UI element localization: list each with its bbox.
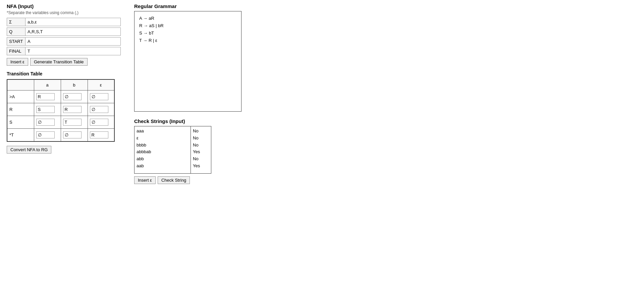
table-row: *T xyxy=(7,129,114,142)
col-a-header: a xyxy=(34,79,61,91)
col-e-header: ε xyxy=(88,79,114,91)
generate-table-button[interactable]: Generate Transition Table xyxy=(30,58,88,66)
convert-nfa-button[interactable]: Convert NFA to RG xyxy=(7,146,51,154)
transition-input-a[interactable] xyxy=(36,119,55,126)
transition-input-b[interactable] xyxy=(63,106,82,113)
state-cell: >A xyxy=(7,91,34,103)
transition-input-b[interactable] xyxy=(63,131,82,138)
state-cell: S xyxy=(7,116,34,129)
transition-input-a[interactable] xyxy=(36,131,55,138)
final-row: FINAL xyxy=(7,47,121,55)
transition-input-e[interactable] xyxy=(90,131,108,138)
check-strings-title: Check Strings (Input) xyxy=(134,118,637,124)
transition-input-a[interactable] xyxy=(36,93,55,100)
start-input[interactable] xyxy=(25,38,120,45)
check-strings-output: No No No Yes No Yes xyxy=(191,126,211,173)
start-label: START xyxy=(7,38,25,45)
transition-input-e[interactable] xyxy=(90,106,108,113)
transition-input-b[interactable] xyxy=(63,93,82,100)
grammar-line: S → bT xyxy=(139,29,236,37)
check-strings-container: No No No Yes No Yes xyxy=(134,126,211,174)
table-row: >A xyxy=(7,91,114,103)
q-row: Q xyxy=(7,27,121,36)
state-header xyxy=(7,79,34,91)
nfa-title: NFA (Input) xyxy=(7,3,121,9)
q-input[interactable] xyxy=(25,28,120,36)
transition-table: a b ε >ARS*T xyxy=(7,79,115,142)
transition-input-e[interactable] xyxy=(90,119,108,126)
transition-input-a[interactable] xyxy=(36,106,55,113)
hint-text: *Separate the variables using comma (,) xyxy=(7,10,121,15)
start-row: START xyxy=(7,37,121,46)
sigma-label: Σ xyxy=(7,18,25,26)
grammar-line: R → aS | bR xyxy=(139,22,236,29)
check-strings-input[interactable] xyxy=(135,126,191,173)
grammar-title: Regular Grammar xyxy=(134,3,637,9)
sigma-row: Σ xyxy=(7,18,121,26)
insert-epsilon-button[interactable]: Insert ε xyxy=(7,58,28,66)
state-cell: *T xyxy=(7,129,34,142)
col-b-header: b xyxy=(61,79,88,91)
table-row: S xyxy=(7,116,114,129)
check-insert-epsilon-button[interactable]: Insert ε xyxy=(134,176,156,184)
grammar-line: A → aR xyxy=(139,15,236,22)
final-input[interactable] xyxy=(25,47,120,55)
grammar-line: T → R | ε xyxy=(139,37,236,44)
state-cell: R xyxy=(7,103,34,116)
check-string-button[interactable]: Check String xyxy=(158,176,190,184)
transition-table-title: Transition Table xyxy=(7,71,121,76)
sigma-input[interactable] xyxy=(25,18,120,26)
transition-input-e[interactable] xyxy=(90,93,108,100)
grammar-box: A → aRR → aS | bRS → bTT → R | ε xyxy=(134,11,241,112)
table-row: R xyxy=(7,103,114,116)
final-label: FINAL xyxy=(7,47,25,55)
q-label: Q xyxy=(7,28,25,36)
transition-input-b[interactable] xyxy=(63,119,82,126)
